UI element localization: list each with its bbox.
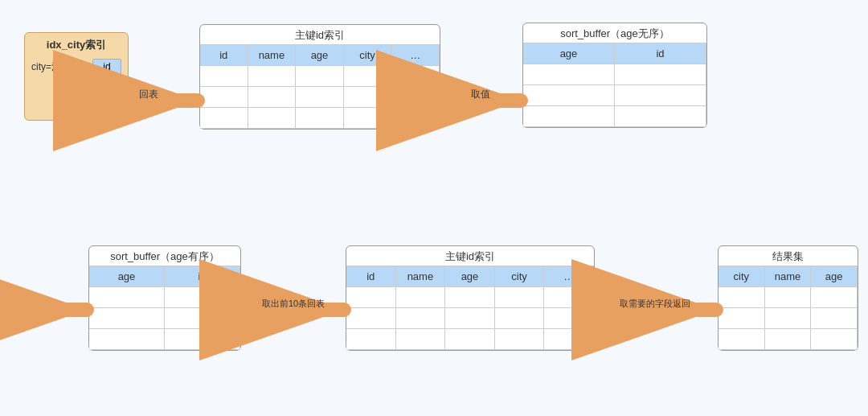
p2r1c5 bbox=[544, 287, 594, 308]
rr2c3 bbox=[811, 308, 858, 329]
p1r2c5 bbox=[391, 87, 440, 108]
sb2r1c1 bbox=[89, 287, 165, 308]
rr1c3 bbox=[811, 287, 858, 308]
p2r1c2 bbox=[396, 287, 446, 308]
arrow-label-top10: 取出前10条回表 bbox=[251, 298, 319, 311]
idx-city-box: idx_city索引 city=深圳 id id id bbox=[24, 32, 129, 121]
p1r3c3 bbox=[296, 108, 344, 129]
p2r3c2 bbox=[396, 329, 446, 350]
ph-city: city bbox=[344, 45, 392, 66]
ph-id: id bbox=[200, 45, 248, 66]
p2r1c4 bbox=[495, 287, 545, 308]
idx-city-condition: city=深圳 bbox=[31, 60, 92, 74]
rr3c3 bbox=[811, 329, 858, 350]
rh-name: name bbox=[765, 266, 812, 287]
ph-age: age bbox=[296, 45, 344, 66]
sb2r2c1 bbox=[89, 308, 165, 329]
idx-city-id-1: id bbox=[92, 59, 121, 75]
sort-buffer-2-title: sort_buffer（age有序） bbox=[89, 246, 240, 266]
svg-text:取值: 取值 bbox=[471, 89, 490, 100]
rr2c2 bbox=[765, 308, 812, 329]
p2r3c3 bbox=[445, 329, 495, 350]
p1r1c2 bbox=[248, 66, 297, 87]
p1r3c1 bbox=[200, 108, 248, 129]
p2h-dots: … bbox=[544, 266, 594, 287]
rr3c2 bbox=[765, 329, 812, 350]
primary-table-2: 主键id索引 id name age city … bbox=[346, 245, 595, 351]
p2r2c4 bbox=[495, 308, 545, 329]
ph-dots: … bbox=[391, 45, 440, 66]
diagram: idx_city索引 city=深圳 id id id 回表 主键id索引 id… bbox=[0, 0, 868, 416]
p1r2c3 bbox=[296, 87, 344, 108]
rh-city: city bbox=[719, 266, 765, 287]
idx-city-id-row3: id bbox=[31, 97, 121, 113]
idx-city-id-2: id bbox=[92, 78, 121, 94]
idx-city-condition-row: city=深圳 id bbox=[31, 59, 121, 75]
result-set-title: 结果集 bbox=[719, 246, 858, 266]
sb2r2c2 bbox=[165, 308, 240, 329]
sb2r1c2 bbox=[165, 287, 240, 308]
p2r2c3 bbox=[445, 308, 495, 329]
p1r2c2 bbox=[248, 87, 297, 108]
p2h-city: city bbox=[495, 266, 545, 287]
p1r3c4 bbox=[344, 108, 392, 129]
p2r1c3 bbox=[445, 287, 495, 308]
rh-age: age bbox=[811, 266, 858, 287]
p2h-age: age bbox=[445, 266, 495, 287]
p2h-name: name bbox=[396, 266, 446, 287]
arrow-label-sort: 按age排序 bbox=[10, 298, 55, 311]
sb2r3c2 bbox=[165, 329, 240, 350]
sb2r3c1 bbox=[89, 329, 165, 350]
p1r3c5 bbox=[391, 108, 440, 129]
sb1r3c1 bbox=[523, 106, 615, 127]
p2r2c1 bbox=[346, 308, 396, 329]
sb2h-age: age bbox=[89, 266, 165, 287]
sort-buffer-1: sort_buffer（age无序） age id bbox=[522, 23, 707, 128]
result-set: 结果集 city name age bbox=[718, 245, 858, 351]
primary-table-1: 主键id索引 id name age city … bbox=[199, 24, 440, 130]
p2r2c5 bbox=[544, 308, 594, 329]
p2r3c5 bbox=[544, 329, 594, 350]
rr2c1 bbox=[719, 308, 765, 329]
p1r3c2 bbox=[248, 108, 297, 129]
p2r3c4 bbox=[495, 329, 545, 350]
arrow-label-quizhi: 取值 bbox=[454, 89, 473, 102]
sort-buffer-1-title: sort_buffer（age无序） bbox=[523, 23, 706, 43]
sb1r2c1 bbox=[523, 85, 615, 106]
primary-table-1-title: 主键id索引 bbox=[200, 25, 440, 44]
arrow-label-huitbiao: 回表 bbox=[143, 89, 162, 102]
rr1c1 bbox=[719, 287, 765, 308]
idx-city-id-3: id bbox=[92, 97, 121, 113]
rr1c2 bbox=[765, 287, 812, 308]
ph-name: name bbox=[248, 45, 297, 66]
idx-city-title: idx_city索引 bbox=[25, 33, 128, 56]
sb1h-id: id bbox=[615, 43, 706, 64]
p2r2c2 bbox=[396, 308, 446, 329]
sb2h-id: id bbox=[165, 266, 240, 287]
p1r2c4 bbox=[344, 87, 392, 108]
sb1r2c2 bbox=[615, 85, 706, 106]
sb1r3c2 bbox=[615, 106, 706, 127]
sb1r1c1 bbox=[523, 64, 615, 85]
primary-table-2-title: 主键id索引 bbox=[346, 246, 594, 266]
idx-city-id-row2: id bbox=[31, 78, 121, 94]
p1r1c3 bbox=[296, 66, 344, 87]
arrow-label-return: 取需要的字段返回 bbox=[601, 298, 678, 311]
sb1h-age: age bbox=[523, 43, 615, 64]
sort-buffer-2: sort_buffer（age有序） age id bbox=[88, 245, 241, 351]
rr3c1 bbox=[719, 329, 765, 350]
p1r1c4 bbox=[344, 66, 392, 87]
p1r1c1 bbox=[200, 66, 248, 87]
sb1r1c2 bbox=[615, 64, 706, 85]
p1r2c1 bbox=[200, 87, 248, 108]
p1r1c5 bbox=[391, 66, 440, 87]
p2h-id: id bbox=[346, 266, 396, 287]
p2r1c1 bbox=[346, 287, 396, 308]
p2r3c1 bbox=[346, 329, 396, 350]
